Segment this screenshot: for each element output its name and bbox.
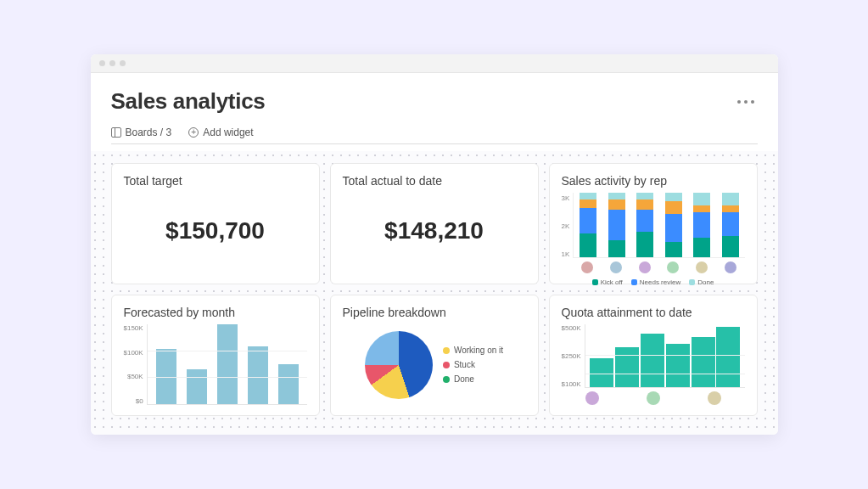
traffic-light-dot	[99, 60, 105, 66]
card-sales-activity[interactable]: Sales activity by rep 3K2K1K Kick off Ne…	[549, 163, 758, 284]
card-title: Forecasted by month	[124, 306, 307, 319]
legend-kickoff: Kick off	[601, 278, 623, 286]
card-quota[interactable]: Quota attainment to date $500K$250K$100K	[549, 295, 758, 416]
legend-working: Working on it	[454, 346, 503, 355]
card-pipeline[interactable]: Pipeline breakdown Working on it Stuck D…	[330, 295, 539, 416]
activity-legend: Kick off Needs review Done	[562, 278, 745, 286]
sales-activity-chart: 3K2K1K Kick off Needs review Done	[562, 193, 745, 273]
plus-circle-icon: +	[188, 127, 199, 138]
legend-done: Done	[454, 374, 474, 384]
total-target-value: $150,700	[124, 188, 307, 273]
card-title: Sales activity by rep	[562, 174, 745, 188]
quota-chart: $500K$250K$100K	[562, 324, 745, 405]
card-title: Pipeline breakdown	[343, 306, 526, 319]
card-title: Total target	[124, 174, 307, 188]
card-title: Quota attainment to date	[562, 306, 745, 319]
toolbar: Boards / 3 + Add widget	[111, 126, 758, 144]
boards-label: Boards / 3	[126, 126, 172, 138]
add-widget-label: Add widget	[203, 126, 253, 138]
more-menu-button[interactable]	[734, 97, 758, 107]
pie-graphic	[365, 331, 433, 399]
window-titlebar	[91, 54, 778, 73]
app-window: Sales analytics Boards / 3 + Add widget …	[91, 54, 778, 435]
total-actual-value: $148,210	[343, 188, 526, 273]
boards-button[interactable]: Boards / 3	[111, 126, 172, 138]
dashboard-content: Total target $150,700 Total actual to da…	[91, 151, 778, 435]
traffic-light-dot	[109, 60, 115, 66]
add-widget-button[interactable]: + Add widget	[188, 126, 253, 138]
card-forecast[interactable]: Forecasted by month $150K$100K$50K$0	[111, 295, 320, 416]
traffic-light-dot	[120, 60, 126, 66]
forecast-chart: $150K$100K$50K$0	[124, 324, 307, 405]
legend-stuck: Stuck	[454, 360, 475, 369]
legend-done: Done	[697, 278, 714, 286]
boards-icon	[111, 127, 121, 138]
pipeline-chart: Working on it Stuck Done	[343, 324, 526, 405]
card-total-actual[interactable]: Total actual to date $148,210	[330, 163, 539, 284]
pipeline-legend: Working on it Stuck Done	[443, 346, 503, 384]
card-title: Total actual to date	[343, 174, 526, 188]
page-title: Sales analytics	[111, 88, 266, 115]
legend-needs-review: Needs review	[640, 278, 680, 286]
page-header: Sales analytics Boards / 3 + Add widget	[91, 73, 778, 151]
card-total-target[interactable]: Total target $150,700	[111, 163, 320, 284]
